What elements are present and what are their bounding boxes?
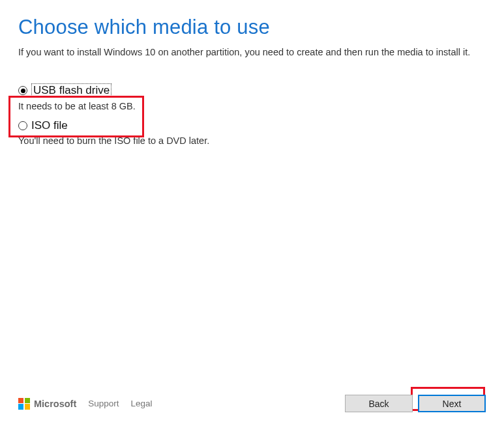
next-button[interactable]: Next bbox=[418, 395, 486, 412]
back-button[interactable]: Back bbox=[345, 395, 413, 412]
footer: Microsoft Support Legal Back Next bbox=[0, 395, 504, 412]
microsoft-text: Microsoft bbox=[34, 399, 76, 409]
support-link[interactable]: Support bbox=[88, 399, 119, 408]
page-title: Choose which media to use bbox=[18, 16, 486, 39]
media-options: USB flash drive It needs to be at least … bbox=[18, 83, 486, 146]
microsoft-brand: Microsoft bbox=[18, 398, 76, 410]
option-usb-description: It needs to be at least 8 GB. bbox=[18, 101, 136, 111]
option-usb-label: USB flash drive bbox=[31, 83, 111, 98]
radio-icon[interactable] bbox=[18, 86, 27, 95]
option-usb[interactable]: USB flash drive It needs to be at least … bbox=[18, 83, 136, 111]
option-iso[interactable]: ISO file You'll need to burn the ISO fil… bbox=[18, 119, 209, 146]
microsoft-logo-icon bbox=[18, 398, 30, 410]
radio-icon[interactable] bbox=[18, 121, 27, 130]
page-subtitle: If you want to install Windows 10 on ano… bbox=[18, 46, 486, 59]
legal-link[interactable]: Legal bbox=[131, 399, 153, 408]
option-iso-label: ISO file bbox=[31, 119, 68, 132]
option-iso-description: You'll need to burn the ISO file to a DV… bbox=[18, 135, 209, 146]
